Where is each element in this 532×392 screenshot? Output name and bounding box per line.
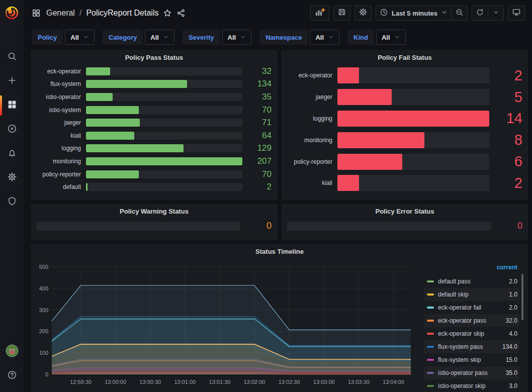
sidebar-item-create[interactable] (0, 69, 24, 93)
legend-series-name[interactable]: eck-operator skip (438, 330, 509, 337)
legend-item[interactable]: default skip1.0 (424, 288, 519, 301)
legend-series-name[interactable]: istio-operator skip (438, 382, 509, 389)
legend-series-name[interactable]: eck-operator pass (438, 317, 506, 324)
share-icon[interactable] (176, 9, 186, 18)
gauge-value: 70 (242, 169, 272, 179)
legend-series-name[interactable]: flux-system pass (438, 343, 502, 350)
legend-item[interactable]: flux-system pass134.0 (424, 340, 519, 353)
gauge-bar (86, 93, 113, 101)
gauge-row: monitoring8 (287, 129, 522, 151)
gauge-value: 5 (489, 89, 522, 106)
filter-namespace-label[interactable]: Namespace (259, 30, 308, 45)
legend-item[interactable]: eck-operator skip4.0 (424, 327, 519, 340)
gauge-value: 32 (242, 66, 272, 76)
zoom-out-time-button[interactable] (451, 6, 468, 21)
gauge-bar (86, 67, 110, 75)
gauge-track (337, 154, 489, 170)
sidebar-item-profile[interactable] (0, 340, 24, 364)
legend-series-name[interactable]: default pass (438, 278, 509, 285)
gauge-value: 134 (242, 79, 272, 89)
svg-text:13:02:30: 13:02:30 (279, 379, 300, 385)
breadcrumb-folder[interactable]: General (46, 9, 75, 18)
chevron-down-icon (240, 34, 246, 40)
gauge-row-label: jaeger (287, 93, 337, 101)
add-panel-button[interactable] (310, 6, 329, 21)
bar-gauge-fail: eck-operator2jaeger5logging14monitoring8… (282, 64, 527, 196)
legend-series-current-value: 1.0 (509, 291, 517, 298)
gauge-bar (86, 119, 140, 127)
dashboard-toolbar: Last 5 minutes (310, 6, 525, 21)
time-picker-group: Last 5 minutes (376, 6, 468, 21)
sidebar-item-help[interactable] (0, 364, 24, 388)
legend-item[interactable]: default pass2.0 (424, 275, 519, 288)
sidebar-item-explore[interactable] (0, 118, 24, 142)
legend-item[interactable]: eck-operator fail2.0 (424, 301, 519, 314)
gauge-track (86, 93, 242, 101)
save-dashboard-button[interactable] (333, 6, 350, 21)
chevron-down-icon (163, 34, 169, 40)
filter-category-select[interactable]: All (145, 30, 174, 45)
timeline-plot[interactable]: 010020030040050012:59:3013:00:0013:00:30… (35, 260, 422, 392)
legend-series-color-swatch (427, 320, 434, 322)
panel-title[interactable]: Policy Fail Status (282, 51, 527, 64)
legend-series-name[interactable]: eck-operator fail (438, 304, 509, 311)
star-icon[interactable] (163, 9, 172, 18)
svg-text:500: 500 (39, 264, 48, 270)
panel-title[interactable]: Policy Warning Status (32, 205, 277, 218)
gauge-track (86, 119, 242, 127)
legend-series-name[interactable]: default skip (438, 291, 509, 298)
filter-policy-label[interactable]: Policy (32, 30, 63, 45)
sidebar-item-dashboards[interactable] (0, 93, 24, 118)
filter-namespace-select[interactable]: All (310, 30, 339, 45)
svg-text:13:03:30: 13:03:30 (348, 379, 370, 385)
filter-category-label[interactable]: Category (103, 30, 143, 45)
panel-title[interactable]: Status Timeline (32, 245, 527, 258)
refresh-interval-dropdown[interactable] (488, 6, 504, 21)
legend-scrollbar[interactable] (521, 274, 523, 320)
monitor-icon (512, 8, 521, 19)
filter-kind-label[interactable]: Kind (347, 30, 374, 45)
grafana-logo-icon[interactable] (5, 6, 19, 20)
sidebar-item-search[interactable] (0, 45, 24, 69)
gauge-row-label: eck-operator (37, 68, 86, 75)
sidebar-item-alerting[interactable] (0, 142, 24, 166)
gauge-track (86, 67, 242, 75)
legend-series-current-value: 32.0 (506, 317, 517, 324)
filter-policy-select[interactable]: All (65, 30, 95, 45)
dashboard-settings-button[interactable] (354, 6, 372, 21)
sidebar-item-configuration[interactable] (0, 166, 24, 190)
panel-policy-warning-status: Policy Warning Status 0 (31, 204, 277, 240)
panel-title[interactable]: Policy Pass Status (32, 51, 277, 64)
add-panel-icon (314, 7, 325, 19)
shield-icon (7, 196, 17, 208)
filter-severity-select[interactable]: All (222, 30, 252, 45)
gauge-track (337, 175, 489, 191)
legend-item[interactable]: flux-system skip15.0 (424, 353, 519, 366)
legend-series-current-value: 3.0 (509, 382, 517, 389)
filter-category: Category All (103, 30, 174, 45)
panel-title[interactable]: Policy Error Status (282, 205, 527, 218)
legend-current-column-header[interactable]: current (424, 264, 519, 275)
svg-text:13:04:00: 13:04:00 (383, 379, 404, 385)
legend-item[interactable]: istio-operator skip3.0 (424, 379, 519, 392)
time-range-picker[interactable]: Last 5 minutes (376, 6, 451, 21)
gauge-value: 0 (491, 221, 522, 231)
gauge-track (86, 106, 242, 114)
tv-mode-button[interactable] (508, 6, 525, 21)
legend-item[interactable]: eck-operator pass32.0 (424, 314, 519, 327)
gauge-row: default2 (37, 180, 272, 193)
gauge-track (86, 80, 242, 88)
filter-policy-value: All (70, 34, 79, 41)
legend-series-name[interactable]: flux-system skip (438, 356, 506, 363)
gauge-bar (337, 175, 359, 191)
template-variable-bar: Policy All Category All Severity All Nam… (24, 26, 532, 48)
gauge-value: 6 (489, 153, 522, 170)
legend-series-name[interactable]: istio-operator pass (438, 369, 506, 376)
filter-severity-label[interactable]: Severity (183, 30, 220, 45)
gauge-value: 35 (242, 92, 272, 102)
refresh-button[interactable] (472, 6, 488, 21)
legend-item[interactable]: istio-operator pass35.0 (424, 366, 519, 379)
filter-kind-select[interactable]: All (376, 30, 406, 45)
gauge-bar (337, 111, 489, 127)
sidebar-item-server-admin[interactable] (0, 190, 24, 214)
